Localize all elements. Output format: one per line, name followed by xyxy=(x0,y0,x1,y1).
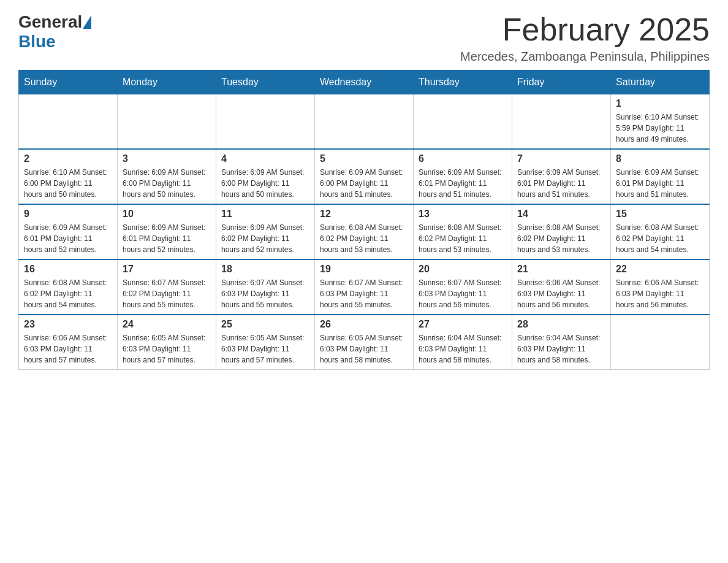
cell-w3-d1: 17Sunrise: 6:07 AM Sunset: 6:02 PM Dayli… xyxy=(118,259,216,315)
day-number-19: 19 xyxy=(320,264,408,275)
week-row-4: 23Sunrise: 6:06 AM Sunset: 6:03 PM Dayli… xyxy=(19,315,710,370)
day-info-14: Sunrise: 6:08 AM Sunset: 6:02 PM Dayligh… xyxy=(517,222,605,255)
day-info-8: Sunrise: 6:09 AM Sunset: 6:01 PM Dayligh… xyxy=(616,167,704,200)
day-info-26: Sunrise: 6:05 AM Sunset: 6:03 PM Dayligh… xyxy=(320,332,408,366)
day-info-20: Sunrise: 6:07 AM Sunset: 6:03 PM Dayligh… xyxy=(419,277,507,310)
cell-w1-d2: 4Sunrise: 6:09 AM Sunset: 6:00 PM Daylig… xyxy=(216,149,315,204)
cell-w4-d4: 27Sunrise: 6:04 AM Sunset: 6:03 PM Dayli… xyxy=(414,315,512,370)
day-info-3: Sunrise: 6:09 AM Sunset: 6:00 PM Dayligh… xyxy=(123,167,211,200)
day-info-18: Sunrise: 6:07 AM Sunset: 6:03 PM Dayligh… xyxy=(221,277,309,310)
day-number-28: 28 xyxy=(517,319,605,330)
title-area: February 2025 Mercedes, Zamboanga Penins… xyxy=(460,12,710,64)
cell-w4-d5: 28Sunrise: 6:04 AM Sunset: 6:03 PM Dayli… xyxy=(512,315,611,370)
cell-w0-d5 xyxy=(512,94,611,150)
calendar-table: Sunday Monday Tuesday Wednesday Thursday… xyxy=(18,70,710,370)
day-number-11: 11 xyxy=(221,209,309,220)
cell-w0-d0 xyxy=(19,94,118,150)
cell-w2-d2: 11Sunrise: 6:09 AM Sunset: 6:02 PM Dayli… xyxy=(216,204,315,259)
weekday-header-row: Sunday Monday Tuesday Wednesday Thursday… xyxy=(19,71,710,94)
day-number-20: 20 xyxy=(419,264,507,275)
cell-w0-d4 xyxy=(414,94,512,150)
cell-w0-d3 xyxy=(315,94,414,150)
day-info-2: Sunrise: 6:10 AM Sunset: 6:00 PM Dayligh… xyxy=(24,167,112,200)
cell-w4-d1: 24Sunrise: 6:05 AM Sunset: 6:03 PM Dayli… xyxy=(118,315,216,370)
day-info-7: Sunrise: 6:09 AM Sunset: 6:01 PM Dayligh… xyxy=(517,167,605,200)
cell-w3-d5: 21Sunrise: 6:06 AM Sunset: 6:03 PM Dayli… xyxy=(512,259,611,315)
cell-w3-d2: 18Sunrise: 6:07 AM Sunset: 6:03 PM Dayli… xyxy=(216,259,315,315)
cell-w4-d3: 26Sunrise: 6:05 AM Sunset: 6:03 PM Dayli… xyxy=(315,315,414,370)
cell-w1-d1: 3Sunrise: 6:09 AM Sunset: 6:00 PM Daylig… xyxy=(118,149,216,204)
cell-w2-d1: 10Sunrise: 6:09 AM Sunset: 6:01 PM Dayli… xyxy=(118,204,216,259)
day-number-1: 1 xyxy=(616,98,704,109)
day-number-6: 6 xyxy=(419,153,507,164)
day-info-9: Sunrise: 6:09 AM Sunset: 6:01 PM Dayligh… xyxy=(24,222,112,255)
day-number-23: 23 xyxy=(24,319,112,330)
day-info-19: Sunrise: 6:07 AM Sunset: 6:03 PM Dayligh… xyxy=(320,277,408,310)
day-info-25: Sunrise: 6:05 AM Sunset: 6:03 PM Dayligh… xyxy=(221,332,309,366)
day-info-27: Sunrise: 6:04 AM Sunset: 6:03 PM Dayligh… xyxy=(419,332,507,366)
day-info-22: Sunrise: 6:06 AM Sunset: 6:03 PM Dayligh… xyxy=(616,277,704,310)
header-wednesday: Wednesday xyxy=(315,71,414,94)
cell-w0-d6: 1Sunrise: 6:10 AM Sunset: 5:59 PM Daylig… xyxy=(611,94,710,150)
day-number-5: 5 xyxy=(320,153,408,164)
day-info-16: Sunrise: 6:08 AM Sunset: 6:02 PM Dayligh… xyxy=(24,277,112,310)
cell-w1-d3: 5Sunrise: 6:09 AM Sunset: 6:00 PM Daylig… xyxy=(315,149,414,204)
day-info-4: Sunrise: 6:09 AM Sunset: 6:00 PM Dayligh… xyxy=(221,167,309,200)
cell-w3-d6: 22Sunrise: 6:06 AM Sunset: 6:03 PM Dayli… xyxy=(611,259,710,315)
day-info-17: Sunrise: 6:07 AM Sunset: 6:02 PM Dayligh… xyxy=(123,277,211,310)
day-number-9: 9 xyxy=(24,209,112,220)
cell-w1-d5: 7Sunrise: 6:09 AM Sunset: 6:01 PM Daylig… xyxy=(512,149,611,204)
day-info-15: Sunrise: 6:08 AM Sunset: 6:02 PM Dayligh… xyxy=(616,222,704,255)
cell-w1-d4: 6Sunrise: 6:09 AM Sunset: 6:01 PM Daylig… xyxy=(414,149,512,204)
day-info-6: Sunrise: 6:09 AM Sunset: 6:01 PM Dayligh… xyxy=(419,167,507,200)
logo-triangle-icon xyxy=(83,15,91,29)
day-number-21: 21 xyxy=(517,264,605,275)
cell-w2-d3: 12Sunrise: 6:08 AM Sunset: 6:02 PM Dayli… xyxy=(315,204,414,259)
day-number-4: 4 xyxy=(221,153,309,164)
header-saturday: Saturday xyxy=(611,71,710,94)
day-info-24: Sunrise: 6:05 AM Sunset: 6:03 PM Dayligh… xyxy=(123,332,211,366)
cell-w2-d5: 14Sunrise: 6:08 AM Sunset: 6:02 PM Dayli… xyxy=(512,204,611,259)
cell-w4-d0: 23Sunrise: 6:06 AM Sunset: 6:03 PM Dayli… xyxy=(19,315,118,370)
day-info-10: Sunrise: 6:09 AM Sunset: 6:01 PM Dayligh… xyxy=(123,222,211,255)
day-info-28: Sunrise: 6:04 AM Sunset: 6:03 PM Dayligh… xyxy=(517,332,605,366)
logo-general-text: General xyxy=(18,12,82,32)
logo-blue-text: Blue xyxy=(18,32,56,51)
week-row-2: 9Sunrise: 6:09 AM Sunset: 6:01 PM Daylig… xyxy=(19,204,710,259)
header-sunday: Sunday xyxy=(19,71,118,94)
day-info-12: Sunrise: 6:08 AM Sunset: 6:02 PM Dayligh… xyxy=(320,222,408,255)
day-info-21: Sunrise: 6:06 AM Sunset: 6:03 PM Dayligh… xyxy=(517,277,605,310)
day-number-12: 12 xyxy=(320,209,408,220)
header-monday: Monday xyxy=(118,71,216,94)
calendar-subtitle: Mercedes, Zamboanga Peninsula, Philippin… xyxy=(460,50,710,64)
day-number-3: 3 xyxy=(123,153,211,164)
day-number-27: 27 xyxy=(419,319,507,330)
cell-w0-d2 xyxy=(216,94,315,150)
cell-w3-d0: 16Sunrise: 6:08 AM Sunset: 6:02 PM Dayli… xyxy=(19,259,118,315)
header-friday: Friday xyxy=(512,71,611,94)
header-tuesday: Tuesday xyxy=(216,71,315,94)
cell-w4-d2: 25Sunrise: 6:05 AM Sunset: 6:03 PM Dayli… xyxy=(216,315,315,370)
cell-w4-d6 xyxy=(611,315,710,370)
logo: General Blue xyxy=(18,12,92,52)
day-number-22: 22 xyxy=(616,264,704,275)
day-info-11: Sunrise: 6:09 AM Sunset: 6:02 PM Dayligh… xyxy=(221,222,309,255)
cell-w3-d3: 19Sunrise: 6:07 AM Sunset: 6:03 PM Dayli… xyxy=(315,259,414,315)
week-row-3: 16Sunrise: 6:08 AM Sunset: 6:02 PM Dayli… xyxy=(19,259,710,315)
cell-w1-d6: 8Sunrise: 6:09 AM Sunset: 6:01 PM Daylig… xyxy=(611,149,710,204)
day-info-23: Sunrise: 6:06 AM Sunset: 6:03 PM Dayligh… xyxy=(24,332,112,366)
cell-w1-d0: 2Sunrise: 6:10 AM Sunset: 6:00 PM Daylig… xyxy=(19,149,118,204)
day-number-10: 10 xyxy=(123,209,211,220)
cell-w2-d4: 13Sunrise: 6:08 AM Sunset: 6:02 PM Dayli… xyxy=(414,204,512,259)
day-info-5: Sunrise: 6:09 AM Sunset: 6:00 PM Dayligh… xyxy=(320,167,408,200)
day-number-24: 24 xyxy=(123,319,211,330)
day-number-8: 8 xyxy=(616,153,704,164)
day-info-1: Sunrise: 6:10 AM Sunset: 5:59 PM Dayligh… xyxy=(616,112,704,145)
week-row-0: 1Sunrise: 6:10 AM Sunset: 5:59 PM Daylig… xyxy=(19,94,710,150)
cell-w0-d1 xyxy=(118,94,216,150)
day-number-18: 18 xyxy=(221,264,309,275)
calendar-title: February 2025 xyxy=(460,12,710,47)
day-number-17: 17 xyxy=(123,264,211,275)
week-row-1: 2Sunrise: 6:10 AM Sunset: 6:00 PM Daylig… xyxy=(19,149,710,204)
day-number-15: 15 xyxy=(616,209,704,220)
